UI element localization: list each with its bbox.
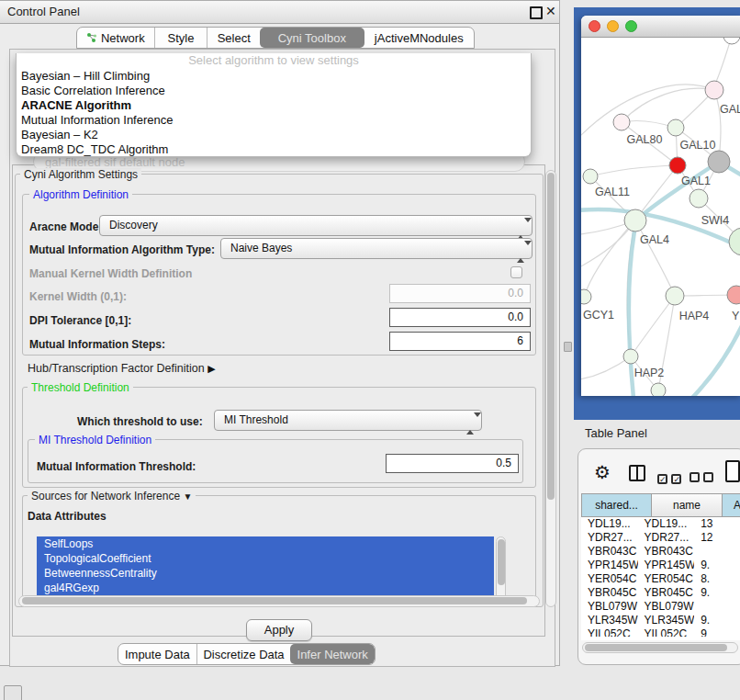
column-header[interactable]: A	[723, 493, 740, 517]
network-node-label: HAP2	[634, 367, 665, 379]
settings-hscrollbar[interactable]	[18, 595, 540, 607]
tab-cyni-toolbox[interactable]: Cyni Toolbox	[260, 28, 364, 48]
panel-divider-handle[interactable]	[564, 342, 572, 352]
table-row[interactable]: YDR27...YDR27...12	[581, 531, 740, 545]
algorithm-definition-title: Algorithm Definition	[29, 188, 132, 201]
attributes-vscrollbar-thumb[interactable]	[498, 539, 505, 585]
mi-type-combo[interactable]: Naive Bayes	[220, 238, 533, 259]
network-node[interactable]	[705, 81, 723, 99]
network-node[interactable]	[690, 189, 708, 208]
network-node[interactable]	[666, 287, 684, 305]
table-row[interactable]: YPR145WYPR145W9.	[581, 559, 740, 572]
network-node[interactable]	[623, 349, 638, 364]
attribute-list-item[interactable]: SelfLoops	[37, 536, 494, 551]
table-row[interactable]: YBL079WYBL079W	[581, 600, 740, 614]
close-traffic-light[interactable]	[589, 20, 600, 32]
close-icon[interactable]: ✕	[545, 4, 556, 18]
table-row[interactable]: YBR045CYBR045C9.	[581, 586, 740, 600]
collapse-arrow-icon: ▼	[183, 491, 192, 502]
manual-kernel-label: Manual Kernel Width Definition	[29, 267, 192, 280]
network-edge	[622, 88, 714, 122]
bottom-tabbar: Impute Data Discretize Data Infer Networ…	[118, 643, 376, 665]
hub-section-label: Hub/Transcription Factor Definition	[28, 362, 205, 375]
network-canvas[interactable]: GALGAL80GAL10GAL1GAL11SWI4GAL4GCY1HAP4YH…	[581, 38, 740, 396]
algorithm-option[interactable]: Bayesian – K2	[17, 128, 531, 142]
network-window-titlebar[interactable]	[581, 16, 740, 38]
network-node[interactable]	[581, 289, 591, 304]
which-threshold-combo[interactable]: MI Threshold	[214, 410, 482, 431]
table-row[interactable]: YBR043CYBR043C	[581, 545, 740, 559]
attributes-vscrollbar[interactable]	[496, 536, 506, 603]
table-row[interactable]: YDL19...YDL19...13	[581, 517, 740, 531]
network-edge	[631, 296, 675, 356]
column-header[interactable]: name	[652, 493, 723, 517]
algorithm-option[interactable]: Basic Correlation Inference	[17, 84, 531, 98]
network-node[interactable]	[613, 114, 630, 130]
table-hscrollbar[interactable]	[582, 642, 738, 653]
tab-network[interactable]: Network	[77, 28, 154, 48]
network-node[interactable]	[624, 209, 646, 231]
minimized-panel-icon[interactable]	[4, 685, 22, 700]
network-node-label: GCY1	[583, 309, 614, 322]
data-attributes-label: Data Attributes	[28, 510, 107, 523]
network-node[interactable]	[727, 286, 740, 304]
control-panel-window: Control Panel ✕ Network Style Select Cyn…	[0, 0, 560, 666]
hide-columns-icon[interactable]	[690, 469, 713, 486]
data-attributes-list[interactable]: SelfLoopsTopologicalCoefficientBetweenne…	[37, 536, 494, 603]
network-node[interactable]	[729, 228, 740, 255]
table-cell: YBR045C	[638, 586, 695, 600]
network-node[interactable]	[708, 151, 730, 173]
hub-section-expander[interactable]: Hub/Transcription Factor Definition ▶	[28, 362, 216, 375]
mi-threshold-field[interactable]: 0.5	[386, 454, 519, 473]
attribute-list-item[interactable]: BetweennessCentrality	[37, 566, 494, 581]
settings-vscrollbar-thumb[interactable]	[547, 173, 555, 500]
table-cell: 9.	[694, 614, 740, 627]
tab-discretize-data[interactable]: Discretize Data	[196, 644, 291, 664]
algorithm-option[interactable]: Mutual Information Inference	[17, 113, 531, 128]
attribute-list-item[interactable]: TopologicalCoefficient	[37, 551, 494, 566]
cyni-algorithm-settings-title: Cyni Algorithm Settings	[20, 168, 141, 181]
network-node[interactable]	[667, 119, 684, 136]
sources-group-title[interactable]: Sources for Network Inference ▼	[28, 490, 196, 502]
network-icon	[86, 32, 97, 43]
settings-hscrollbar-thumb[interactable]	[22, 597, 527, 604]
network-node[interactable]	[723, 38, 740, 44]
tab-style[interactable]: Style	[154, 28, 207, 48]
network-node[interactable]	[669, 157, 686, 174]
mi-steps-field[interactable]: 6	[389, 332, 531, 351]
settings-vscrollbar[interactable]	[545, 170, 556, 607]
gear-icon[interactable]: ⚙	[594, 461, 611, 483]
algorithm-option[interactable]: Bayesian – Hill Climbing	[17, 69, 531, 84]
minimize-traffic-light[interactable]	[607, 20, 619, 32]
apply-button[interactable]: Apply	[246, 619, 312, 641]
export-table-icon[interactable]	[725, 460, 740, 482]
network-node[interactable]	[583, 169, 598, 184]
kernel-width-field[interactable]: 0.0	[389, 284, 531, 303]
table-cell: YIL052C	[638, 627, 695, 637]
tab-select[interactable]: Select	[207, 28, 260, 48]
attribute-list-item[interactable]: gal4RGexp	[37, 581, 494, 595]
tab-infer-network[interactable]: Infer Network	[290, 644, 375, 664]
table-row[interactable]: YLR345WYLR345W9.	[581, 614, 740, 627]
network-node[interactable]	[651, 383, 666, 396]
algorithm-options-list: Bayesian – Hill ClimbingBasic Correlatio…	[17, 69, 531, 157]
restore-icon[interactable]	[530, 6, 543, 19]
algorithm-option[interactable]: ARACNE Algorithm	[17, 98, 531, 113]
columns-icon[interactable]	[629, 465, 645, 481]
manual-kernel-checkbox[interactable]	[510, 266, 522, 278]
tab-impute-data[interactable]: Impute Data	[118, 644, 196, 664]
algorithm-option[interactable]: Dream8 DC_TDC Algorithm	[17, 142, 531, 157]
column-header[interactable]: shared...	[581, 493, 652, 517]
table-header: shared...nameA	[581, 493, 740, 517]
table-row[interactable]: YER054CYER054C8.	[581, 572, 740, 586]
dpi-tolerance-label: DPI Tolerance [0,1]:	[29, 314, 131, 327]
show-selected-columns-icon[interactable]: ✓ ✓	[657, 469, 681, 486]
aracne-mode-combo[interactable]: Discovery	[99, 215, 533, 236]
zoom-traffic-light[interactable]	[625, 20, 637, 32]
table-cell: 9.	[694, 559, 740, 572]
table-row[interactable]: YIL052CYIL052C9	[581, 627, 740, 637]
dpi-tolerance-field[interactable]: 0.0	[389, 308, 531, 327]
mi-threshold-label: Mutual Information Threshold:	[37, 460, 196, 473]
tab-jactivemnodules[interactable]: jActiveMNodules	[364, 28, 474, 48]
table-hscrollbar-thumb[interactable]	[585, 644, 727, 651]
